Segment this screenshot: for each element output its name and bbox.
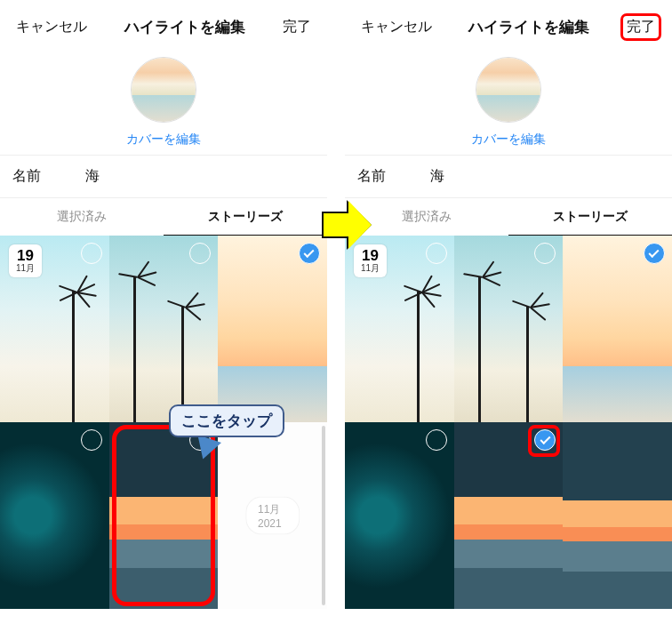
name-value: 海 [430,167,444,186]
cover-thumbnail[interactable] [476,57,541,123]
name-row[interactable]: 名前 海 [345,156,672,198]
screens-row: キャンセル ハイライトを編集 完了 カバーを編集 名前 海 選択済み ストーリー… [0,0,672,640]
done-button[interactable]: 完了 [277,14,316,40]
cancel-button[interactable]: キャンセル [356,14,437,40]
header: キャンセル ハイライトを編集 完了 [345,0,672,53]
edit-cover-link[interactable]: カバーを編集 [126,132,201,148]
tab-stories[interactable]: ストーリーズ [508,198,672,236]
scrollbar[interactable] [322,426,325,605]
screen-right: キャンセル ハイライトを編集 完了 カバーを編集 名前 海 選択済み ストーリー… [345,0,672,640]
story-grid: 19 11月 [345,236,672,640]
story-tile[interactable]: 19 11月 [345,236,454,422]
story-tile[interactable] [454,236,564,422]
annotation-done-highlight: 完了 [620,13,661,41]
select-circle[interactable] [426,429,447,451]
story-tile[interactable] [454,422,564,609]
cancel-button[interactable]: キャンセル [11,14,92,40]
story-tile[interactable] [218,236,327,422]
story-tile[interactable] [563,236,672,422]
story-tile[interactable] [109,236,219,422]
tabs: 選択済み ストーリーズ [0,198,327,236]
tabs: 選択済み ストーリーズ [345,198,672,236]
annotation-arrow-icon [322,212,348,238]
cover-area: カバーを編集 [345,53,672,156]
cover-area: カバーを編集 [0,53,327,156]
tab-selected[interactable]: 選択済み [0,198,164,236]
header: キャンセル ハイライトを編集 完了 [0,0,327,53]
name-label: 名前 [12,167,85,186]
story-tile-empty: 11月 2021 [218,422,327,609]
edit-cover-link[interactable]: カバーを編集 [471,132,546,148]
cover-thumbnail[interactable] [131,57,196,123]
month-pill: 11月 2021 [245,497,300,535]
page-title: ハイライトを編集 [124,17,245,37]
name-value: 海 [85,167,100,186]
story-tile[interactable]: 19 11月 [0,236,109,422]
story-tile[interactable] [563,422,672,609]
name-row[interactable]: 名前 海 [0,156,327,198]
select-circle-checked[interactable] [644,243,665,264]
name-label: 名前 [357,167,430,186]
page-title: ハイライトを編集 [468,17,589,37]
select-circle[interactable] [426,243,447,264]
story-tile[interactable] [345,422,454,609]
select-circle-checked[interactable] [534,429,556,451]
select-circle[interactable] [81,243,102,264]
screen-left: キャンセル ハイライトを編集 完了 カバーを編集 名前 海 選択済み ストーリー… [0,0,327,640]
story-grid: 19 11月 [0,236,327,640]
select-circle[interactable] [81,429,102,451]
story-tile[interactable] [0,422,109,609]
tab-stories[interactable]: ストーリーズ [164,198,327,236]
select-circle-checked[interactable] [299,243,320,264]
annotation-callout: ここをタップ [169,404,284,437]
done-button[interactable]: 完了 [627,18,655,36]
